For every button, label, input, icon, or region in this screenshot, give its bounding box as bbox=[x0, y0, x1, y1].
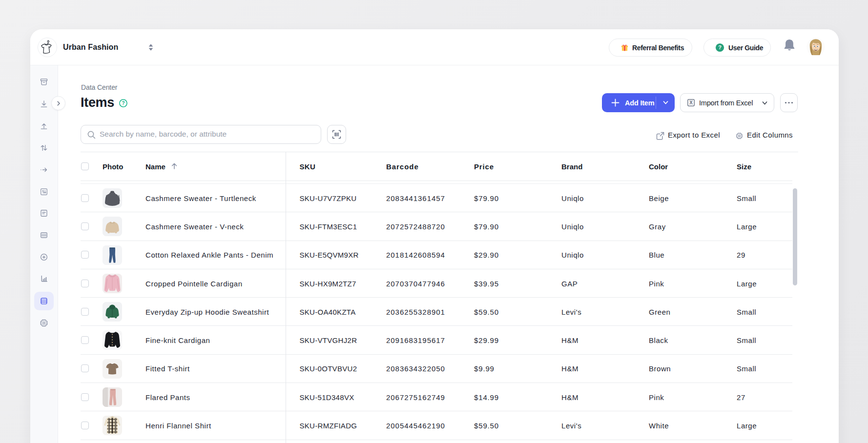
svg-text:?: ? bbox=[718, 44, 722, 50]
svg-text:X: X bbox=[689, 100, 693, 105]
svg-text:?: ? bbox=[122, 101, 124, 106]
